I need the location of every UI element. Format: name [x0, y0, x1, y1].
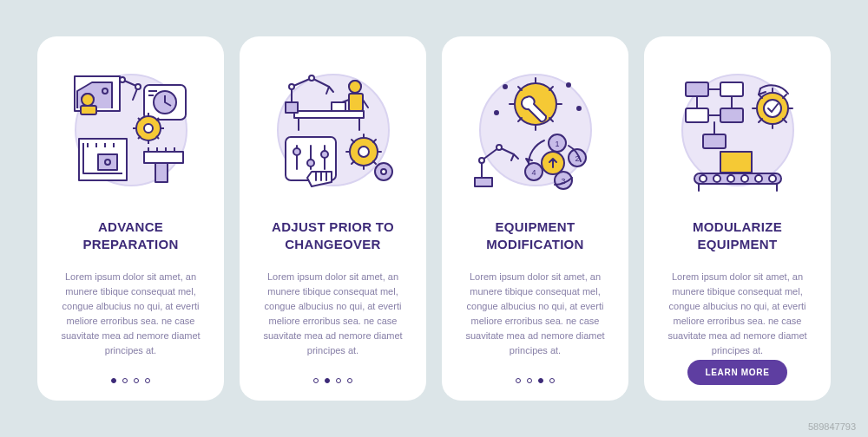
svg-point-56	[713, 175, 720, 182]
dot-4[interactable]	[145, 378, 150, 383]
onboarding-card-4: Modularize Equipment Lorem ipsum dolor s…	[644, 36, 831, 401]
watermark: 589847793	[808, 421, 856, 432]
illustration-adjust-prior	[264, 61, 403, 199]
illustration-advance-preparation	[62, 61, 201, 199]
svg-point-59	[755, 175, 762, 182]
card-title: Advance Preparation	[55, 218, 207, 254]
svg-point-32	[577, 107, 581, 110]
svg-rect-53	[720, 152, 752, 173]
pagination-dots	[516, 378, 555, 383]
dot-3[interactable]	[336, 378, 341, 383]
dot-3[interactable]	[538, 378, 543, 383]
svg-point-55	[700, 175, 707, 182]
svg-rect-47	[720, 82, 743, 96]
svg-point-28	[381, 169, 386, 174]
card-description: Lorem ipsum dolor sit amet, an munere ti…	[55, 270, 207, 358]
svg-point-30	[503, 85, 507, 88]
svg-point-23	[307, 160, 314, 166]
svg-rect-15	[286, 102, 298, 113]
svg-rect-19	[349, 94, 363, 111]
dot-1[interactable]	[313, 378, 319, 383]
dot-2[interactable]	[325, 378, 330, 383]
dot-2[interactable]	[527, 378, 532, 383]
svg-point-17	[309, 75, 314, 81]
card-title: Equipment Modification	[459, 218, 611, 254]
card-description: Lorem ipsum dolor sit amet, an munere ti…	[459, 270, 611, 358]
svg-point-24	[321, 151, 328, 158]
svg-point-4	[120, 77, 125, 82]
svg-point-33	[495, 111, 498, 114]
svg-text:1: 1	[555, 140, 559, 148]
svg-point-5	[135, 84, 141, 89]
svg-point-9	[144, 124, 153, 133]
dot-3[interactable]	[134, 378, 139, 383]
svg-point-58	[741, 175, 748, 182]
svg-rect-13	[155, 163, 168, 182]
pagination-dots	[313, 378, 352, 383]
learn-more-button[interactable]: LEARN MORE	[687, 360, 786, 385]
svg-rect-14	[294, 111, 364, 118]
svg-rect-11	[98, 154, 117, 170]
dot-4[interactable]	[347, 378, 352, 383]
illustration-equipment-modification: 1 2 3 4	[466, 61, 605, 199]
svg-rect-49	[720, 108, 743, 122]
svg-rect-36	[475, 178, 492, 186]
card-description: Lorem ipsum dolor sit amet, an munere ti…	[257, 270, 409, 358]
svg-rect-46	[686, 82, 708, 96]
dot-1[interactable]	[516, 378, 521, 383]
svg-point-35	[496, 145, 502, 150]
onboarding-card-3: 1 2 3 4 Equipment Modification Lorem ips…	[442, 36, 628, 401]
illustration-modularize-equipment	[668, 61, 807, 199]
card-description: Lorem ipsum dolor sit amet, an munere ti…	[661, 270, 813, 358]
svg-rect-50	[703, 134, 726, 148]
svg-point-31	[567, 83, 570, 87]
svg-rect-20	[332, 102, 345, 111]
svg-point-60	[769, 175, 776, 182]
pagination-dots	[111, 378, 150, 383]
svg-point-57	[727, 175, 734, 182]
card-title: Modularize Equipment	[661, 218, 813, 254]
dot-2[interactable]	[122, 378, 128, 383]
svg-point-34	[479, 158, 484, 163]
svg-point-16	[289, 84, 294, 89]
svg-point-52	[764, 100, 781, 117]
svg-point-26	[358, 147, 369, 157]
svg-point-22	[293, 148, 300, 155]
dot-1[interactable]	[111, 378, 116, 383]
svg-rect-2	[81, 106, 96, 114]
onboarding-card-2: Adjust Prior to Changeover Lorem ipsum d…	[240, 36, 426, 401]
onboarding-card-1: Advance Preparation Lorem ipsum dolor si…	[37, 36, 224, 401]
svg-text:4: 4	[531, 168, 536, 177]
card-title: Adjust Prior to Changeover	[257, 218, 409, 254]
svg-rect-48	[686, 108, 708, 122]
dot-4[interactable]	[549, 378, 555, 383]
